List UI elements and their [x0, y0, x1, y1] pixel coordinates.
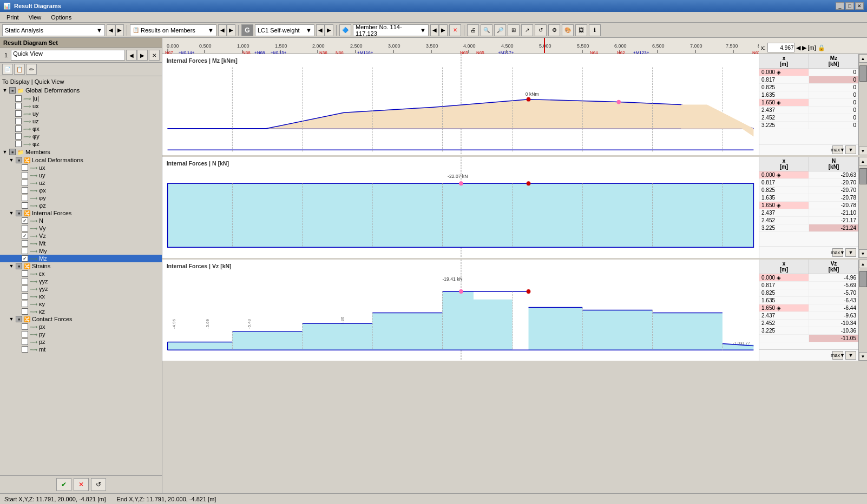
tree-item-N[interactable]: ⟿ N — [0, 217, 162, 224]
analysis-dropdown[interactable]: Static Analysis ▼ — [2, 24, 105, 36]
max-filter-vz[interactable]: max▼ — [832, 351, 843, 360]
max-filter-n[interactable]: max▼ — [832, 248, 843, 257]
checkbox-mt[interactable] — [22, 346, 28, 353]
max-filter-mz[interactable]: max▼ — [832, 145, 843, 154]
tree-item-gyz2[interactable]: ⟿ γyz — [0, 285, 162, 293]
checkbox-uz[interactable] — [15, 118, 22, 124]
global-deformations-header[interactable]: ▼ 📁 Global Deformations — [0, 86, 162, 95]
filter-vz[interactable]: ▼ — [845, 351, 856, 360]
copy-set-btn[interactable]: 📋 — [14, 64, 25, 75]
tree-item-ky[interactable]: ⟿ κy — [0, 300, 162, 308]
tree-item-phix[interactable]: ⟿ φx — [0, 125, 162, 132]
info-btn[interactable]: ℹ — [589, 24, 601, 36]
checkbox-px[interactable] — [22, 323, 28, 330]
scroll-up-vz[interactable]: ▲ — [859, 260, 868, 268]
lc-prev-btn[interactable]: ◀ — [316, 24, 325, 36]
panel-close-btn[interactable]: ✕ — [149, 50, 160, 61]
tree-item-gyz1[interactable]: ⟿ γyz — [0, 277, 162, 285]
checkbox-N[interactable] — [22, 217, 28, 224]
menu-view[interactable]: View — [24, 13, 46, 22]
checkbox-Vz[interactable] — [22, 233, 28, 239]
checkbox-gyz1[interactable] — [22, 278, 28, 284]
analysis-next-btn[interactable]: ▶ — [115, 24, 124, 36]
color-btn[interactable]: 🎨 — [562, 24, 574, 36]
edit-set-btn[interactable]: ✏ — [26, 64, 37, 75]
print-btn[interactable]: 🖨 — [467, 24, 479, 36]
menu-options[interactable]: Options — [47, 13, 76, 22]
checkbox-local-uy[interactable] — [22, 172, 28, 178]
select-btn[interactable]: ↗ — [521, 24, 533, 36]
zoom-in-btn[interactable]: 🔍 — [481, 24, 492, 36]
checkbox-ky[interactable] — [22, 301, 28, 307]
checkbox-local-phix[interactable] — [22, 187, 28, 194]
checkbox-kz[interactable] — [22, 308, 28, 315]
tree-item-ux[interactable]: ⟿ ux — [0, 102, 162, 110]
checkbox-gyz2[interactable] — [22, 286, 28, 292]
contact-forces-header[interactable]: ▼ 🔀 Contact Forces — [0, 315, 162, 323]
lc-next-btn[interactable]: ▶ — [325, 24, 333, 36]
tree-item-pz[interactable]: ⟿ pz — [0, 338, 162, 346]
tree-item-My[interactable]: ⟿ My — [0, 247, 162, 255]
members-header[interactable]: ▼ 📁 Members — [0, 148, 162, 156]
global-deformations-checkbox[interactable] — [9, 87, 16, 94]
member-nav[interactable]: ◀ ▶ — [430, 24, 448, 36]
results-dropdown[interactable]: 📋 Results on Members ▼ — [130, 24, 216, 36]
results-next-btn[interactable]: ▶ — [227, 24, 235, 36]
scroll-track-mz[interactable] — [859, 63, 867, 147]
close-button[interactable]: ✕ — [855, 2, 864, 10]
filter-n[interactable]: ▼ — [845, 248, 856, 257]
scroll-up-mz[interactable]: ▲ — [859, 54, 868, 63]
scroll-down-n[interactable]: ▼ — [859, 249, 868, 258]
set-prev-btn[interactable]: ◀ — [126, 50, 137, 61]
checkbox-ex[interactable] — [22, 270, 28, 277]
cancel-btn[interactable]: ✕ — [74, 478, 89, 491]
nav-right[interactable]: ▶ — [802, 44, 806, 51]
checkbox-Mt[interactable] — [22, 240, 28, 247]
checkbox-phiz[interactable] — [15, 141, 22, 147]
title-bar-controls[interactable]: _ □ ✕ — [836, 2, 864, 10]
tree-item-phiz[interactable]: ⟿ φz — [0, 140, 162, 148]
checkbox-Vy[interactable] — [22, 225, 28, 231]
tree-item-kx[interactable]: ⟿ κx — [0, 293, 162, 300]
refresh-btn[interactable]: ↺ — [91, 478, 106, 491]
strains-checkbox[interactable] — [16, 263, 22, 269]
scroll-down-mz[interactable]: ▼ — [859, 147, 868, 155]
checkbox-pz[interactable] — [22, 339, 28, 345]
tree-item-local-phiz[interactable]: ⟿ φz — [0, 202, 162, 209]
x-coord-input[interactable] — [767, 43, 794, 52]
results-prev-btn[interactable]: ◀ — [218, 24, 227, 36]
member-dropdown[interactable]: Member No. 114-117,123 ▼ — [353, 24, 429, 36]
tree-item-local-ux[interactable]: ⟿ ux — [0, 164, 162, 171]
lock-icon[interactable]: 🔒 — [818, 44, 825, 51]
apply-btn[interactable]: ✔ — [56, 478, 71, 491]
checkbox-Mz[interactable] — [22, 255, 28, 262]
lc-dropdown[interactable]: LC1 Self-weight ▼ — [255, 24, 314, 36]
filter-mz[interactable]: ▼ — [845, 145, 856, 154]
analysis-prev-btn[interactable]: ◀ — [107, 24, 115, 36]
tree-item-local-phiy[interactable]: ⟿ φy — [0, 194, 162, 202]
member-next-btn[interactable]: ▶ — [439, 24, 448, 36]
checkbox-local-phiy[interactable] — [22, 195, 28, 201]
tree-item-uy[interactable]: ⟿ uy — [0, 110, 162, 117]
scrollbar-mz[interactable]: ▲ ▼ — [858, 54, 867, 155]
analysis-nav[interactable]: ◀ ▶ — [107, 24, 124, 36]
tree-item-uz[interactable]: ⟿ uz — [0, 117, 162, 125]
tree-item-ex[interactable]: ⟿ εx — [0, 270, 162, 277]
scroll-track-n[interactable] — [859, 165, 867, 249]
tree-item-local-uz[interactable]: ⟿ uz — [0, 179, 162, 187]
tree-item-Mt[interactable]: ⟿ Mt — [0, 240, 162, 247]
menu-print[interactable]: Print — [2, 13, 23, 22]
set-dropdown[interactable]: Quick View — [11, 50, 125, 61]
scroll-thumb-n[interactable] — [859, 168, 867, 184]
tree-item-local-uy[interactable]: ⟿ uy — [0, 171, 162, 179]
image-btn[interactable]: 🖼 — [575, 24, 587, 36]
maximize-button[interactable]: □ — [845, 2, 854, 10]
tree-item-phiy[interactable]: ⟿ φy — [0, 132, 162, 140]
nav-left[interactable]: ◀ — [796, 44, 800, 51]
member-prev-btn[interactable]: ◀ — [430, 24, 439, 36]
zoom-out-btn[interactable]: 🔎 — [494, 24, 506, 36]
minimize-button[interactable]: _ — [836, 2, 844, 10]
members-checkbox[interactable] — [9, 149, 16, 155]
checkbox-kx[interactable] — [22, 293, 28, 300]
contact-forces-checkbox[interactable] — [16, 316, 22, 322]
